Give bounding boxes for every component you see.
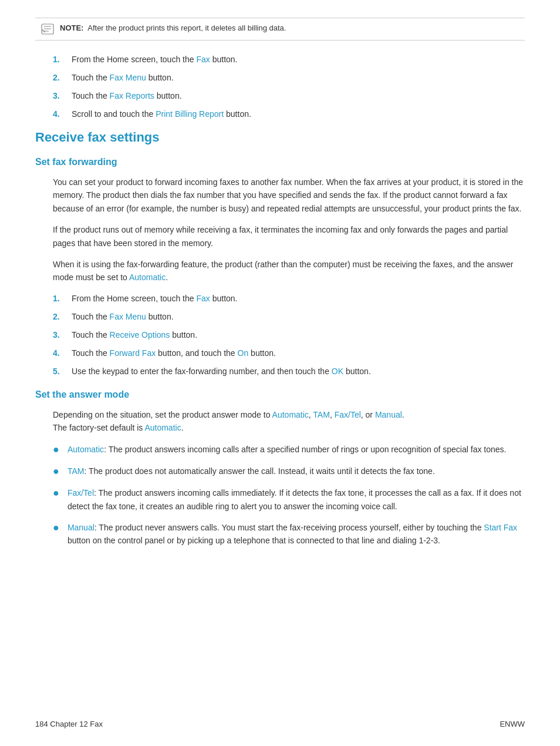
start-fax-link[interactable]: Start Fax [484,523,517,532]
fax-forwarding-para3: When it is using the fax-forwarding feat… [53,258,525,284]
page-footer: 184 Chapter 12 Fax ENWW [35,720,525,728]
fax-forwarding-subsection: Set fax forwarding You can set your prod… [35,157,525,378]
bullet-tam: ● TAM: The product does not automaticall… [53,465,525,478]
manual-link-2[interactable]: Manual [68,523,95,532]
fax-forwarding-steps: 1. From the Home screen, touch the Fax b… [53,293,525,378]
fax-forwarding-para1: You can set your product to forward inco… [53,176,525,215]
bullet-automatic: ● Automatic: The product answers incomin… [53,443,525,456]
note-icon: ✎ [41,23,54,35]
fax-fwd-step-1: 1. From the Home screen, touch the Fax b… [53,293,525,305]
faxtel-link-2[interactable]: Fax/Tel [68,488,94,498]
bullet-manual: ● Manual: The product never answers call… [53,521,525,547]
fax-reports-link[interactable]: Fax Reports [110,91,154,100]
automatic-link-2[interactable]: Automatic [272,410,309,419]
fax-fwd-step-4: 4. Touch the Forward Fax button, and tou… [53,347,525,359]
answer-mode-para1: Depending on the situation, set the prod… [53,408,525,435]
receive-options-link[interactable]: Receive Options [110,330,170,340]
receive-fax-section: Receive fax settings Set fax forwarding … [35,130,525,547]
bullet-faxtel: ● Fax/Tel: The product answers incoming … [53,486,525,513]
intro-step-1: 1. From the Home screen, touch the Fax b… [53,53,525,66]
fax-fwd-step-3: 3. Touch the Receive Options button. [53,329,525,341]
page: ✎ NOTE: After the product prints this re… [0,0,560,746]
footer-right: ENWW [500,720,525,728]
note-label: NOTE: [60,23,83,32]
svg-text:✎: ✎ [42,29,46,34]
fax-fwd-step-5: 5. Use the keypad to enter the fax-forwa… [53,365,525,378]
fax-menu-link-1[interactable]: Fax Menu [110,73,146,82]
tam-link-2[interactable]: TAM [68,466,85,476]
intro-step-3: 3. Touch the Fax Reports button. [53,90,525,102]
fax-link-1[interactable]: Fax [196,55,210,64]
print-billing-link[interactable]: Print Billing Report [156,109,224,119]
footer-left: 184 Chapter 12 Fax [35,720,103,728]
receive-section-title: Receive fax settings [35,130,525,145]
intro-steps-list: 1. From the Home screen, touch the Fax b… [53,53,525,120]
faxtel-link-1[interactable]: Fax/Tel [335,410,361,419]
answer-mode-bullets: ● Automatic: The product answers incomin… [53,443,525,547]
fax-menu-link-2[interactable]: Fax Menu [110,312,146,321]
fax-forwarding-title: Set fax forwarding [35,157,525,167]
automatic-link-4[interactable]: Automatic [68,445,104,454]
ok-link[interactable]: OK [332,367,343,376]
intro-step-2: 2. Touch the Fax Menu button. [53,72,525,84]
note-box: ✎ NOTE: After the product prints this re… [35,18,525,41]
automatic-link-3[interactable]: Automatic [144,423,181,432]
answer-mode-title: Set the answer mode [35,389,525,400]
note-text: After the product prints this report, it… [86,23,286,32]
forward-fax-link[interactable]: Forward Fax [110,348,156,358]
note-content: NOTE: After the product prints this repo… [60,23,286,32]
on-link[interactable]: On [238,348,249,358]
fax-forwarding-para2: If the product runs out of memory while … [53,223,525,250]
fax-fwd-step-2: 2. Touch the Fax Menu button. [53,311,525,323]
intro-step-4: 4. Scroll to and touch the Print Billing… [53,108,525,120]
answer-mode-subsection: Set the answer mode Depending on the sit… [35,389,525,547]
automatic-link-1[interactable]: Automatic [129,273,166,282]
manual-link-1[interactable]: Manual [375,410,402,419]
fax-link-2[interactable]: Fax [196,294,210,303]
tam-link-1[interactable]: TAM [313,410,330,419]
